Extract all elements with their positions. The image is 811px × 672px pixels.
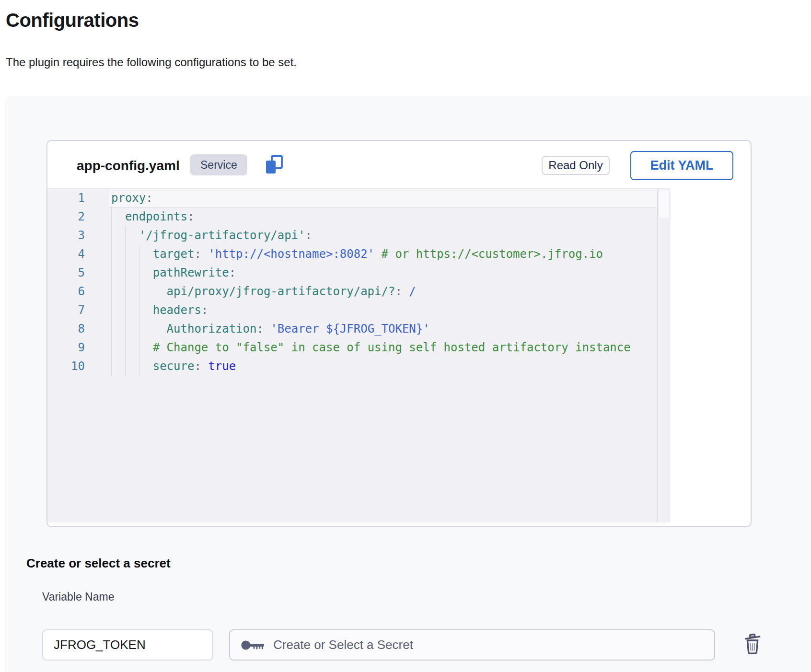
code-line: headers: [109, 301, 657, 320]
line-number: 7 [47, 301, 109, 320]
line-number: 4 [47, 245, 109, 264]
code-line: pathRewrite: [109, 264, 657, 282]
code-line: # Change to "false" in case of using sel… [109, 338, 657, 357]
variable-name-label: Variable Name [42, 591, 114, 603]
key-icon [241, 638, 266, 652]
code-line: secure: true [109, 357, 657, 376]
secret-section-heading: Create or select a secret [26, 556, 171, 571]
code-line: Authorization: 'Bearer ${JFROG_TOKEN}' [109, 320, 657, 338]
code-line: '/jfrog-artifactory/api': [109, 226, 657, 245]
line-number: 1 [47, 189, 109, 208]
code-line: endpoints: [109, 208, 657, 226]
line-number: 3 [47, 226, 109, 245]
yaml-code-editor[interactable]: 12345678910 proxy: endpoints: '/jfrog-ar… [47, 188, 671, 522]
read-only-badge: Read Only [542, 156, 610, 175]
secret-select-placeholder: Create or Select a Secret [273, 637, 413, 652]
line-number: 8 [47, 320, 109, 338]
editor-content: proxy: endpoints: '/jfrog-artifactory/ap… [109, 189, 657, 376]
delete-secret-button[interactable] [739, 629, 766, 658]
page-subtitle: The plugin requires the following config… [6, 56, 297, 69]
trash-icon [741, 631, 764, 656]
editor-gutter: 12345678910 [47, 189, 109, 376]
service-badge: Service [190, 154, 247, 175]
code-line: proxy: [109, 189, 657, 208]
line-number: 9 [47, 338, 109, 357]
file-name: app-config.yaml [77, 158, 180, 174]
page-title: Configurations [6, 10, 139, 31]
yaml-card-header: app-config.yaml Service Read Only Edit Y… [47, 141, 751, 188]
line-number: 10 [47, 357, 109, 376]
copy-icon [264, 154, 284, 177]
editor-scrollbar[interactable] [658, 189, 671, 522]
line-number: 2 [47, 208, 109, 226]
copy-button[interactable] [264, 155, 285, 176]
line-number: 6 [47, 282, 109, 301]
edit-yaml-button[interactable]: Edit YAML [630, 151, 733, 180]
editor-scrollbar-thumb[interactable] [659, 190, 670, 219]
line-number: 5 [47, 264, 109, 282]
code-line: target: 'http://<hostname>:8082' # or ht… [109, 245, 657, 264]
variable-name-input[interactable] [42, 629, 213, 660]
config-panel: app-config.yaml Service Read Only Edit Y… [5, 96, 811, 672]
yaml-card: app-config.yaml Service Read Only Edit Y… [46, 140, 752, 527]
secret-select-button[interactable]: Create or Select a Secret [229, 629, 715, 660]
code-line: api/proxy/jfrog-artifactory/api/?: / [109, 282, 657, 301]
